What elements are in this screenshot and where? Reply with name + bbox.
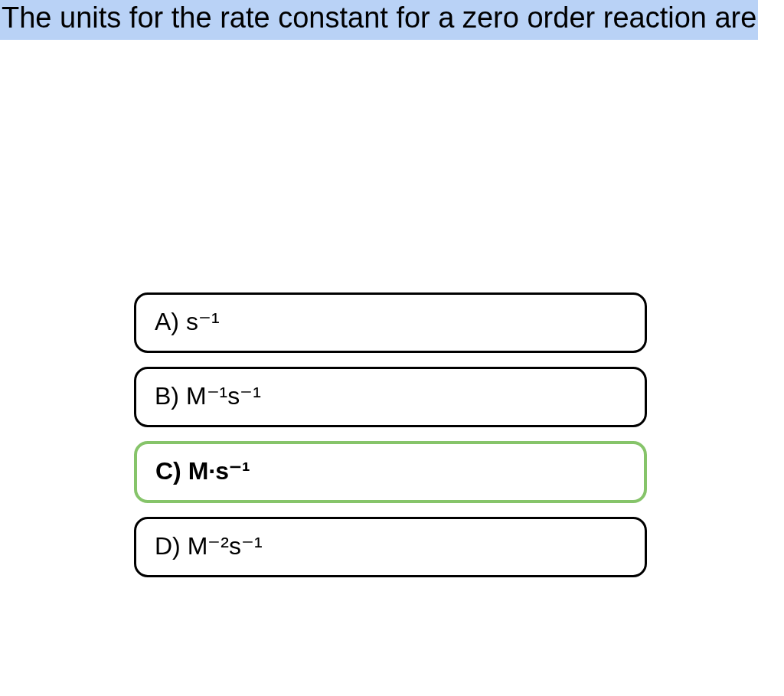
options-list: A) s⁻¹ B) M⁻¹s⁻¹ C) M·s⁻¹ D) M⁻²s⁻¹ <box>134 292 647 578</box>
option-label: A) <box>155 308 179 335</box>
option-expr: M⁻²s⁻¹ <box>188 532 263 560</box>
option-b[interactable]: B) M⁻¹s⁻¹ <box>134 367 647 427</box>
option-d[interactable]: D) M⁻²s⁻¹ <box>134 517 647 577</box>
option-label: D) <box>155 532 181 560</box>
option-c[interactable]: C) M·s⁻¹ <box>134 441 647 503</box>
option-expr: M⁻¹s⁻¹ <box>186 382 261 410</box>
option-expr: s⁻¹ <box>186 308 220 335</box>
option-label: B) <box>155 382 179 410</box>
option-expr: M·s⁻¹ <box>188 457 250 485</box>
option-a[interactable]: A) s⁻¹ <box>134 292 647 353</box>
option-label: C) <box>155 457 181 485</box>
question-text: The units for the rate constant for a ze… <box>0 0 758 40</box>
